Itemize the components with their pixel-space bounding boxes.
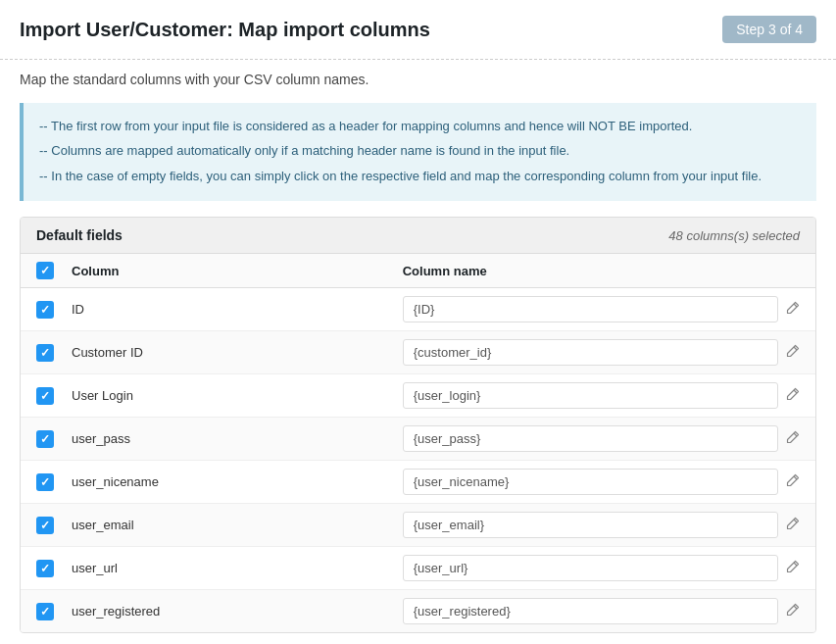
header-checkmark: ✓	[40, 264, 50, 277]
row-checkbox-4[interactable]: ✓	[36, 473, 54, 491]
edit-icon-7[interactable]	[786, 603, 800, 619]
row-value-wrap-3	[403, 425, 800, 452]
row-checkbox-1[interactable]: ✓	[36, 344, 54, 362]
row-value-wrap-4	[403, 469, 800, 495]
row-checkmark-2: ✓	[40, 390, 50, 402]
col-headers-row: ✓ Column Column name	[21, 254, 815, 288]
row-label-4: user_nicename	[72, 474, 403, 489]
row-checkbox-2[interactable]: ✓	[36, 387, 54, 405]
table-rows: ✓ ID ✓ Customer ID	[21, 288, 815, 632]
row-label-0: ID	[72, 302, 403, 317]
row-value-wrap-1	[403, 339, 800, 366]
row-checkmark-1: ✓	[40, 347, 50, 359]
table-row: ✓ user_pass	[21, 418, 815, 461]
row-checkbox-7[interactable]: ✓	[36, 603, 54, 620]
table-row: ✓ Customer ID	[21, 331, 815, 374]
row-checkbox-0[interactable]: ✓	[36, 301, 54, 319]
row-check-1[interactable]: ✓	[36, 344, 72, 362]
row-label-6: user_url	[72, 561, 403, 575]
table-section: Default fields 48 columns(s) selected ✓ …	[20, 217, 816, 633]
edit-icon-2[interactable]	[786, 387, 800, 404]
columns-selected-count: 48 columns(s) selected	[668, 228, 800, 243]
table-row: ✓ user_email	[21, 504, 815, 547]
col-check-header[interactable]: ✓	[36, 262, 72, 279]
edit-icon-6[interactable]	[786, 560, 800, 576]
info-line-3: -- In the case of empty fields, you can …	[39, 165, 801, 187]
edit-icon-0[interactable]	[786, 301, 800, 318]
row-value-wrap-6	[403, 555, 800, 581]
header-checkbox[interactable]: ✓	[36, 262, 54, 279]
page-title: Import User/Customer: Map import columns	[20, 19, 430, 41]
row-checkbox-3[interactable]: ✓	[36, 430, 54, 448]
row-checkmark-6: ✓	[40, 563, 50, 574]
row-value-input-7[interactable]	[403, 598, 778, 624]
row-checkmark-0: ✓	[40, 304, 50, 316]
row-check-6[interactable]: ✓	[36, 560, 72, 577]
row-label-5: user_email	[72, 518, 403, 532]
info-line-2: -- Columns are mapped automatically only…	[39, 139, 801, 162]
row-label-1: Customer ID	[72, 345, 403, 360]
row-checkmark-5: ✓	[40, 520, 50, 531]
row-checkmark-4: ✓	[40, 476, 50, 488]
row-value-wrap-5	[403, 512, 800, 538]
info-box: -- The first row from your input file is…	[20, 103, 816, 201]
row-value-input-2[interactable]	[403, 382, 778, 409]
table-row: ✓ user_registered	[21, 590, 815, 632]
row-checkbox-5[interactable]: ✓	[36, 517, 54, 534]
sub-header: Map the standard columns with your CSV c…	[0, 60, 836, 95]
row-label-2: User Login	[72, 388, 403, 403]
row-check-2[interactable]: ✓	[36, 387, 72, 405]
table-row: ✓ user_nicename	[21, 461, 815, 504]
row-check-4[interactable]: ✓	[36, 473, 72, 491]
table-row: ✓ User Login	[21, 374, 815, 418]
table-row: ✓ user_url	[21, 547, 815, 590]
row-check-5[interactable]: ✓	[36, 517, 72, 534]
row-value-input-4[interactable]	[403, 469, 778, 495]
edit-icon-4[interactable]	[786, 473, 800, 490]
row-checkmark-7: ✓	[40, 606, 50, 618]
row-label-3: user_pass	[72, 431, 403, 446]
row-value-wrap-7	[403, 598, 800, 624]
row-value-input-0[interactable]	[403, 296, 778, 322]
table-header-title: Default fields	[36, 227, 123, 243]
table-row: ✓ ID	[21, 288, 815, 331]
row-value-input-5[interactable]	[403, 512, 778, 538]
info-line-1: -- The first row from your input file is…	[39, 115, 801, 137]
edit-icon-3[interactable]	[786, 430, 800, 447]
row-value-input-6[interactable]	[403, 555, 778, 581]
row-check-7[interactable]: ✓	[36, 603, 72, 620]
edit-icon-1[interactable]	[786, 344, 800, 361]
page-header: Import User/Customer: Map import columns…	[0, 0, 836, 60]
row-value-wrap-0	[403, 296, 800, 322]
row-checkbox-6[interactable]: ✓	[36, 560, 54, 577]
row-label-7: user_registered	[72, 604, 403, 619]
table-header-row: Default fields 48 columns(s) selected	[21, 218, 815, 254]
col-header-column: Column	[72, 264, 403, 278]
row-check-3[interactable]: ✓	[36, 430, 72, 448]
row-check-0[interactable]: ✓	[36, 301, 72, 319]
row-value-input-3[interactable]	[403, 425, 778, 452]
row-value-wrap-2	[403, 382, 800, 409]
sub-header-text: Map the standard columns with your CSV c…	[20, 72, 816, 87]
edit-icon-5[interactable]	[786, 517, 800, 533]
col-header-name: Column name	[403, 264, 800, 278]
row-value-input-1[interactable]	[403, 339, 778, 366]
page-wrapper: Import User/Customer: Map import columns…	[0, 0, 836, 644]
row-checkmark-3: ✓	[40, 433, 50, 445]
step-badge: Step 3 of 4	[722, 16, 816, 43]
